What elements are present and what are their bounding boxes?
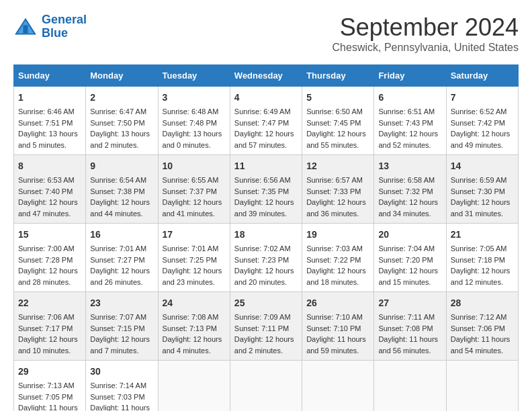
sunrise-text: Sunrise: 6:53 AM <box>18 175 81 186</box>
day-number: 15 <box>18 228 81 242</box>
week-row-5: 29Sunrise: 7:13 AMSunset: 7:05 PMDayligh… <box>14 361 519 412</box>
daylight-text: Daylight: 12 hours and 28 minutes. <box>18 265 81 287</box>
daylight-text: Daylight: 12 hours and 2 minutes. <box>234 334 298 356</box>
day-header-monday: Monday <box>86 65 158 87</box>
daylight-text: Daylight: 12 hours and 31 minutes. <box>451 197 514 219</box>
calendar-cell: 15Sunrise: 7:00 AMSunset: 7:28 PMDayligh… <box>14 224 86 292</box>
day-header-sunday: Sunday <box>14 65 86 87</box>
daylight-text: Daylight: 11 hours and 56 minutes. <box>378 334 441 356</box>
day-number: 21 <box>451 228 514 242</box>
daylight-text: Daylight: 12 hours and 12 minutes. <box>451 265 514 287</box>
day-number: 27 <box>378 296 441 310</box>
sunset-text: Sunset: 7:05 PM <box>18 392 81 403</box>
calendar-cell <box>302 361 374 412</box>
calendar-cell: 20Sunrise: 7:04 AMSunset: 7:20 PMDayligh… <box>374 224 446 292</box>
title-section: September 2024 Cheswick, Pennsylvania, U… <box>332 13 519 54</box>
sunset-text: Sunset: 7:50 PM <box>90 118 153 129</box>
sunset-text: Sunset: 7:23 PM <box>234 255 298 266</box>
day-number: 12 <box>306 159 369 173</box>
calendar-cell: 2Sunrise: 6:47 AMSunset: 7:50 PMDaylight… <box>86 87 158 155</box>
sunset-text: Sunset: 7:20 PM <box>378 255 441 266</box>
day-header-friday: Friday <box>374 65 446 87</box>
calendar-cell: 3Sunrise: 6:48 AMSunset: 7:48 PMDaylight… <box>158 87 230 155</box>
calendar-cell <box>446 361 518 412</box>
calendar-cell: 14Sunrise: 6:59 AMSunset: 7:30 PMDayligh… <box>446 155 518 224</box>
daylight-text: Daylight: 11 hours and 59 minutes. <box>306 334 369 356</box>
calendar-cell: 6Sunrise: 6:51 AMSunset: 7:43 PMDaylight… <box>374 87 446 155</box>
calendar-cell: 28Sunrise: 7:12 AMSunset: 7:06 PMDayligh… <box>446 292 518 361</box>
sunrise-text: Sunrise: 6:46 AM <box>18 106 81 118</box>
daylight-text: Daylight: 13 hours and 2 minutes. <box>90 128 153 150</box>
sunset-text: Sunset: 7:43 PM <box>378 118 441 129</box>
calendar-cell: 9Sunrise: 6:54 AMSunset: 7:38 PMDaylight… <box>86 155 158 224</box>
day-number: 14 <box>451 159 514 173</box>
day-header-thursday: Thursday <box>302 65 374 87</box>
sunrise-text: Sunrise: 7:14 AM <box>90 380 153 392</box>
day-number: 10 <box>163 159 226 173</box>
calendar-cell: 30Sunrise: 7:14 AMSunset: 7:03 PMDayligh… <box>86 361 158 412</box>
sunrise-text: Sunrise: 7:00 AM <box>18 243 81 255</box>
sunrise-text: Sunrise: 7:03 AM <box>306 243 369 255</box>
daylight-text: Daylight: 12 hours and 4 minutes. <box>163 334 226 356</box>
sunset-text: Sunset: 7:37 PM <box>163 186 226 197</box>
day-number: 6 <box>378 91 441 105</box>
sunrise-text: Sunrise: 6:48 AM <box>163 106 226 118</box>
sunrise-text: Sunrise: 7:13 AM <box>18 380 81 392</box>
calendar-cell: 12Sunrise: 6:57 AMSunset: 7:33 PMDayligh… <box>302 155 374 224</box>
logo-icon <box>13 17 38 37</box>
sunrise-text: Sunrise: 7:08 AM <box>163 312 226 323</box>
day-number: 9 <box>90 159 153 173</box>
month-title: September 2024 <box>332 13 519 42</box>
sunset-text: Sunset: 7:51 PM <box>18 118 81 129</box>
sunset-text: Sunset: 7:45 PM <box>306 118 369 129</box>
calendar-cell: 7Sunrise: 6:52 AMSunset: 7:42 PMDaylight… <box>446 87 518 155</box>
logo-line1: General <box>42 13 87 26</box>
daylight-text: Daylight: 12 hours and 20 minutes. <box>234 265 298 287</box>
sunset-text: Sunset: 7:30 PM <box>451 186 514 197</box>
day-number: 23 <box>90 296 153 310</box>
sunset-text: Sunset: 7:18 PM <box>451 255 514 266</box>
sunset-text: Sunset: 7:38 PM <box>90 186 153 197</box>
logo-text: General Blue <box>42 13 87 40</box>
sunrise-text: Sunrise: 7:11 AM <box>378 312 441 323</box>
sunrise-text: Sunrise: 7:01 AM <box>163 243 226 255</box>
calendar-cell <box>230 361 302 412</box>
day-number: 1 <box>18 91 81 105</box>
sunrise-text: Sunrise: 6:57 AM <box>306 175 369 186</box>
daylight-text: Daylight: 12 hours and 23 minutes. <box>163 265 226 287</box>
calendar-cell: 24Sunrise: 7:08 AMSunset: 7:13 PMDayligh… <box>158 292 230 361</box>
day-header-wednesday: Wednesday <box>230 65 302 87</box>
header-row: SundayMondayTuesdayWednesdayThursdayFrid… <box>14 65 519 87</box>
calendar-cell: 22Sunrise: 7:06 AMSunset: 7:17 PMDayligh… <box>14 292 86 361</box>
day-number: 7 <box>451 91 514 105</box>
day-number: 5 <box>306 91 369 105</box>
sunrise-text: Sunrise: 7:01 AM <box>90 243 153 255</box>
day-number: 13 <box>378 159 441 173</box>
day-number: 26 <box>306 296 369 310</box>
logo-line2: Blue <box>42 26 68 40</box>
day-header-tuesday: Tuesday <box>158 65 230 87</box>
day-number: 2 <box>90 91 153 105</box>
sunset-text: Sunset: 7:06 PM <box>451 323 514 334</box>
day-number: 30 <box>90 365 153 379</box>
daylight-text: Daylight: 12 hours and 34 minutes. <box>378 197 441 219</box>
day-number: 29 <box>18 365 81 379</box>
sunrise-text: Sunrise: 7:02 AM <box>234 243 298 255</box>
week-row-4: 22Sunrise: 7:06 AMSunset: 7:17 PMDayligh… <box>14 292 519 361</box>
calendar-cell: 13Sunrise: 6:58 AMSunset: 7:32 PMDayligh… <box>374 155 446 224</box>
week-row-3: 15Sunrise: 7:00 AMSunset: 7:28 PMDayligh… <box>14 224 519 292</box>
sunset-text: Sunset: 7:10 PM <box>306 323 369 334</box>
day-number: 17 <box>163 228 226 242</box>
calendar-cell: 5Sunrise: 6:50 AMSunset: 7:45 PMDaylight… <box>302 87 374 155</box>
calendar-cell <box>158 361 230 412</box>
sunset-text: Sunset: 7:40 PM <box>18 186 81 197</box>
sunset-text: Sunset: 7:28 PM <box>18 255 81 266</box>
sunrise-text: Sunrise: 6:51 AM <box>378 106 441 118</box>
logo: General Blue <box>13 13 87 40</box>
calendar-cell: 23Sunrise: 7:07 AMSunset: 7:15 PMDayligh… <box>86 292 158 361</box>
week-row-2: 8Sunrise: 6:53 AMSunset: 7:40 PMDaylight… <box>14 155 519 224</box>
sunrise-text: Sunrise: 7:09 AM <box>234 312 298 323</box>
sunset-text: Sunset: 7:25 PM <box>163 255 226 266</box>
calendar-cell: 25Sunrise: 7:09 AMSunset: 7:11 PMDayligh… <box>230 292 302 361</box>
sunset-text: Sunset: 7:47 PM <box>234 118 298 129</box>
